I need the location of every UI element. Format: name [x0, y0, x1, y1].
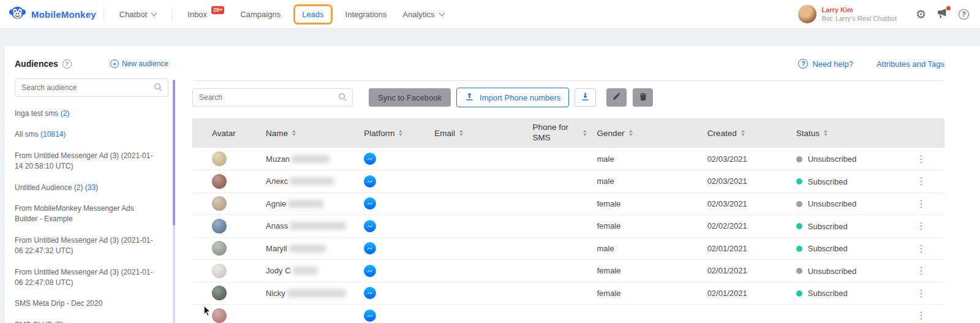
table-row[interactable]: Jody C female 02/01/2021 Unsubscribed ⋮: [192, 260, 944, 283]
column-header-avatar: Avatar: [192, 118, 261, 148]
page-body: Audiences ? + New audience Inga test sms…: [0, 29, 980, 323]
row-actions-button[interactable]: ⋮: [913, 197, 930, 210]
audience-item[interactable]: Untitled Audience (2) (33): [15, 183, 168, 193]
announcements-button[interactable]: [937, 8, 948, 21]
column-header-email[interactable]: Email: [429, 118, 527, 148]
table-row[interactable]: Anass female 02/02/2021 Subscribed ⋮: [192, 215, 944, 238]
table-row[interactable]: Алекс male 02/03/2021 Subscribed ⋮: [192, 170, 944, 193]
table-row[interactable]: Nicky female 02/01/2021 Subscribed ⋮: [192, 282, 944, 305]
avatar: [212, 241, 227, 256]
column-header-gender[interactable]: Gender: [592, 118, 702, 148]
column-header-name[interactable]: Name: [261, 118, 359, 148]
avatar: [212, 308, 227, 323]
lead-gender: [592, 305, 702, 323]
header-label: Status: [796, 129, 820, 138]
nav-item-campaigns[interactable]: Campaigns: [240, 10, 281, 19]
chevron-down-icon: [151, 10, 157, 16]
audiences-sidebar: Audiences ? + New audience Inga test sms…: [5, 46, 178, 323]
row-actions-button[interactable]: ⋮: [913, 153, 930, 165]
row-actions-button[interactable]: ⋮: [913, 287, 930, 300]
export-download-button[interactable]: [575, 88, 596, 107]
audience-item[interactable]: SMS Meta Drip - Dec 2020: [15, 298, 168, 309]
need-help-link[interactable]: ? Need help?: [798, 59, 853, 69]
table-row[interactable]: ⋮: [192, 305, 944, 323]
lead-gender: female: [592, 192, 702, 215]
nav-item-chatbot[interactable]: Chatbot: [119, 10, 157, 19]
audience-label: From Untitled Messenger Ad (3) (2021-01-…: [15, 268, 153, 287]
redacted-name-blur: [289, 245, 326, 253]
messenger-icon: [364, 220, 376, 232]
audience-label: From Untitled Messenger Ad (3) (2021-01-…: [15, 236, 153, 255]
plus-circle-icon: +: [110, 59, 119, 68]
audience-search-input[interactable]: [15, 78, 168, 97]
row-actions-button[interactable]: ⋮: [913, 175, 930, 188]
import-phone-numbers-button[interactable]: Import Phone numbers: [456, 88, 569, 107]
audience-item[interactable]: From Untitled Messenger Ad (3) (2021-01-…: [15, 151, 168, 172]
edit-button[interactable]: [606, 88, 627, 107]
nav-item-inbox[interactable]: Inbox 20+: [187, 10, 224, 19]
messenger-icon: [364, 265, 376, 277]
lead-name: Maryll: [266, 244, 287, 253]
audience-item[interactable]: From Untitled Messenger Ad (3) (2021-01-…: [15, 235, 168, 257]
nav-item-analytics[interactable]: Analytics: [403, 10, 444, 19]
user-name: Larry Kim: [821, 6, 897, 14]
column-header-status[interactable]: Status: [791, 118, 908, 148]
upload-icon: [465, 92, 474, 103]
divider: [192, 80, 944, 81]
status-dot: [796, 178, 802, 184]
messenger-icon: [364, 197, 376, 210]
attributes-and-tags-link[interactable]: Attributes and Tags: [876, 59, 944, 69]
row-actions-button[interactable]: ⋮: [913, 309, 930, 322]
delete-button[interactable]: [633, 88, 653, 107]
nav-item-leads[interactable]: Leads: [293, 4, 332, 25]
leads-search-input[interactable]: [192, 88, 353, 107]
audiences-help-icon[interactable]: ?: [62, 59, 72, 69]
lead-email: [429, 260, 527, 283]
lead-phone: [527, 282, 592, 305]
column-header-phone-for-sms[interactable]: Phone for SMS: [527, 118, 592, 148]
lead-email: [429, 148, 527, 170]
column-header-platform[interactable]: Platform: [359, 118, 429, 148]
sync-to-facebook-button[interactable]: Sync to Facebook: [369, 88, 451, 107]
brand[interactable]: MobileMonkey: [9, 4, 96, 25]
scrollbar-thumb[interactable]: [173, 80, 175, 226]
sort-icon: [292, 130, 296, 136]
audience-count: (10814): [40, 130, 66, 139]
table-row[interactable]: Muzan male 02/03/2021 Unsubscribed ⋮: [192, 148, 944, 170]
lead-created: [703, 305, 791, 323]
audience-item[interactable]: From Untitled Messenger Ad (3) (2021-01-…: [15, 267, 168, 289]
table-row[interactable]: Maryll male 02/01/2021 Subscribed ⋮: [192, 237, 944, 260]
audience-item[interactable]: From MobileMonkey Messenger Ads Builder …: [15, 203, 168, 225]
audience-item[interactable]: Inga test sms (2): [15, 108, 168, 119]
sidebar-scrollbar[interactable]: [173, 80, 175, 323]
audience-label: From Untitled Messenger Ad (3) (2021-01-…: [15, 151, 153, 170]
lead-gender: female: [592, 260, 702, 283]
user-menu[interactable]: Larry Kim Bot: Larry's Real Chatbot: [798, 5, 897, 23]
nav-divider: [104, 7, 104, 21]
lead-email: [429, 282, 527, 305]
column-header-created[interactable]: Created: [703, 118, 791, 148]
audience-item[interactable]: All sms (10814): [15, 129, 168, 140]
new-audience-button[interactable]: + New audience: [110, 59, 168, 68]
audience-label: Untitled Audience (2): [15, 183, 85, 192]
redacted-name-blur: [288, 200, 323, 208]
nav-label-analytics: Analytics: [403, 10, 435, 19]
lead-email: [429, 305, 527, 323]
status-label: Subscribed: [808, 177, 848, 186]
header-label: Email: [434, 129, 455, 138]
nav-item-integrations[interactable]: Integrations: [345, 10, 387, 19]
lead-gender: female: [592, 282, 702, 305]
row-actions-button[interactable]: ⋮: [913, 219, 930, 232]
redacted-name-blur: [287, 289, 346, 297]
lead-name: Agnie: [266, 199, 286, 208]
lead-email: [429, 237, 527, 260]
row-actions-button[interactable]: ⋮: [913, 264, 930, 277]
avatar: [212, 151, 227, 166]
lead-created: 02/01/2021: [703, 282, 791, 305]
table-row[interactable]: Agnie female 02/03/2021 Unsubscribed ⋮: [192, 192, 944, 215]
audience-count: (5): [55, 321, 64, 323]
help-button[interactable]: ?: [959, 9, 969, 20]
row-actions-button[interactable]: ⋮: [913, 242, 930, 255]
settings-button[interactable]: ⚙: [916, 9, 926, 20]
audience-item[interactable]: SMS CLUB (5): [15, 320, 168, 323]
